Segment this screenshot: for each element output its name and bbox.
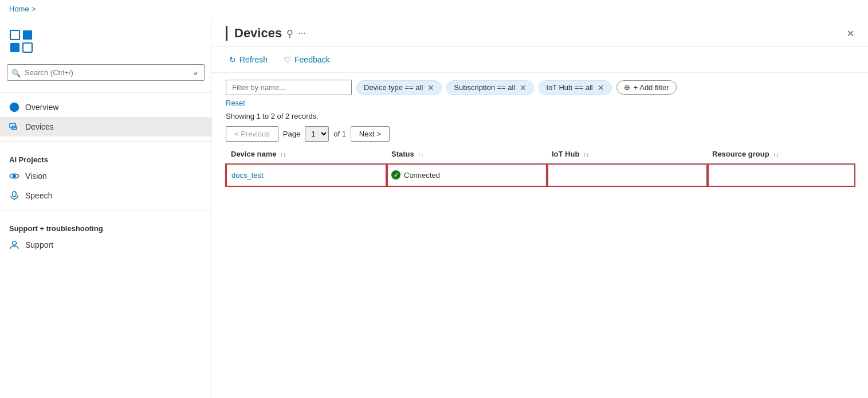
- breadcrumb-home[interactable]: Home: [9, 5, 29, 13]
- next-button[interactable]: Next >: [351, 126, 390, 142]
- filter-row: Device type == all ✕ Subscription == all…: [226, 80, 854, 95]
- refresh-label: Refresh: [239, 55, 268, 64]
- sidebar-divider-top: [0, 92, 211, 93]
- sidebar-search-container: 🔍 «: [7, 64, 205, 81]
- feedback-label: Feedback: [294, 55, 329, 64]
- support-section-header: Support + troubleshooting: [0, 215, 211, 235]
- records-info: Showing 1 to 2 of 2 records.: [226, 112, 854, 120]
- breadcrumb: Home >: [0, 0, 868, 18]
- filter-chip-iot-hub-label: IoT Hub == all: [546, 83, 592, 92]
- ai-projects-section-header: AI Projects: [0, 146, 211, 166]
- svg-rect-0: [10, 30, 19, 40]
- sort-resource-group-icon[interactable]: ↑↓: [773, 151, 779, 158]
- search-input[interactable]: [7, 64, 205, 81]
- page-title: Devices: [234, 26, 282, 41]
- filter-chip-subscription-close[interactable]: ✕: [520, 83, 527, 92]
- app-logo-icon: [9, 29, 33, 53]
- filter-chip-device-type-label: Device type == all: [364, 83, 423, 92]
- content-area: Devices ⚲ ··· ✕ ↻ Refresh ♡ Feedback Dev…: [212, 18, 868, 398]
- add-filter-button[interactable]: ⊕ + Add filter: [616, 80, 677, 95]
- table-header-row: Device name ↑↓ Status ↑↓ IoT Hub ↑↓ Re: [226, 144, 854, 165]
- filter-chip-device-type-close[interactable]: ✕: [427, 83, 434, 92]
- reset-link[interactable]: Reset: [226, 99, 245, 107]
- filter-chip-device-type: Device type == all ✕: [356, 80, 442, 95]
- filter-chip-subscription: Subscription == all ✕: [446, 80, 534, 95]
- col-header-iot-hub: IoT Hub ↑↓: [547, 144, 708, 165]
- filter-chip-iot-hub-close[interactable]: ✕: [598, 83, 604, 92]
- sidebar-item-vision[interactable]: Vision: [0, 166, 211, 186]
- sidebar-divider-support: [0, 210, 211, 210]
- refresh-icon: ↻: [229, 55, 236, 64]
- speech-icon: [9, 190, 19, 201]
- refresh-button[interactable]: ↻ Refresh: [226, 53, 271, 67]
- sidebar-item-overview-label: Overview: [25, 103, 58, 112]
- table-area: Device name ↑↓ Status ↑↓ IoT Hub ↑↓ Re: [212, 142, 868, 398]
- title-bar: Devices ⚲ ···: [226, 26, 306, 41]
- cell-status: Connected: [387, 165, 547, 186]
- sidebar-item-support[interactable]: Support: [0, 235, 211, 255]
- close-button[interactable]: ✕: [847, 28, 854, 39]
- of-label: of 1: [333, 130, 346, 138]
- cell-resource-group: [708, 165, 854, 186]
- eye-icon: [9, 171, 19, 181]
- status-label: Connected: [404, 171, 440, 180]
- svg-point-8: [13, 174, 16, 178]
- toolbar: ↻ Refresh ♡ Feedback: [212, 47, 868, 73]
- devices-table: Device name ↑↓ Status ↑↓ IoT Hub ↑↓ Re: [226, 144, 854, 186]
- svg-rect-1: [10, 43, 19, 52]
- filter-chip-subscription-label: Subscription == all: [454, 83, 515, 92]
- device-name-link[interactable]: docs_test: [231, 171, 264, 180]
- sidebar-item-overview[interactable]: Overview: [0, 97, 211, 117]
- breadcrumb-sep: >: [32, 5, 36, 13]
- sidebar-item-speech[interactable]: Speech: [0, 186, 211, 205]
- sort-device-name-icon[interactable]: ↑↓: [280, 151, 286, 158]
- page-label: Page: [283, 130, 300, 138]
- add-filter-icon: ⊕: [624, 83, 630, 92]
- more-options-button[interactable]: ···: [298, 28, 305, 38]
- sidebar-item-devices[interactable]: Devices: [0, 117, 211, 136]
- cell-iot-hub: [547, 165, 708, 186]
- next-label: Next >: [359, 130, 381, 138]
- devices-icon: [9, 122, 19, 132]
- sidebar-item-vision-label: Vision: [25, 171, 47, 181]
- svg-rect-6: [10, 123, 15, 128]
- filter-name-input[interactable]: [226, 80, 352, 95]
- sidebar-logo: [0, 22, 211, 64]
- sidebar-item-support-label: Support: [25, 240, 53, 249]
- sidebar-divider-ai: [0, 141, 211, 142]
- feedback-icon: ♡: [284, 55, 291, 64]
- content-header: Devices ⚲ ··· ✕: [212, 18, 868, 47]
- sidebar-item-devices-label: Devices: [25, 122, 54, 131]
- pin-button[interactable]: ⚲: [286, 28, 293, 39]
- filter-chip-iot-hub: IoT Hub == all ✕: [539, 80, 611, 95]
- globe-icon: [9, 102, 19, 112]
- svg-point-11: [13, 241, 17, 245]
- svg-rect-9: [13, 192, 16, 197]
- col-header-device-name: Device name ↑↓: [226, 144, 387, 165]
- previous-label: < Previous: [234, 130, 270, 138]
- search-icon: 🔍: [11, 68, 21, 77]
- feedback-button[interactable]: ♡ Feedback: [280, 53, 333, 67]
- col-header-resource-group: Resource group ↑↓: [708, 144, 854, 165]
- add-filter-label: + Add filter: [634, 83, 669, 92]
- previous-button[interactable]: < Previous: [226, 126, 278, 142]
- sort-status-icon[interactable]: ↑↓: [418, 151, 423, 158]
- sidebar: 🔍 « Overview Devices AI Projects: [0, 18, 212, 398]
- sidebar-item-speech-label: Speech: [25, 191, 52, 200]
- svg-rect-2: [23, 30, 32, 40]
- svg-point-5: [10, 103, 18, 111]
- status-dot-icon: [391, 170, 400, 180]
- collapse-button[interactable]: «: [194, 68, 198, 77]
- filters-area: Device type == all ✕ Subscription == all…: [212, 73, 868, 142]
- svg-rect-3: [23, 43, 32, 52]
- person-icon: [9, 240, 19, 250]
- sort-iot-hub-icon[interactable]: ↑↓: [583, 151, 589, 158]
- table-row: docs_test Connected: [226, 165, 854, 186]
- page-select[interactable]: 1: [305, 126, 329, 142]
- col-header-status: Status ↑↓: [387, 144, 547, 165]
- cell-device-name: docs_test: [226, 165, 387, 186]
- status-connected-indicator: Connected: [391, 170, 543, 180]
- pagination: < Previous Page 1 of 1 Next >: [226, 126, 854, 142]
